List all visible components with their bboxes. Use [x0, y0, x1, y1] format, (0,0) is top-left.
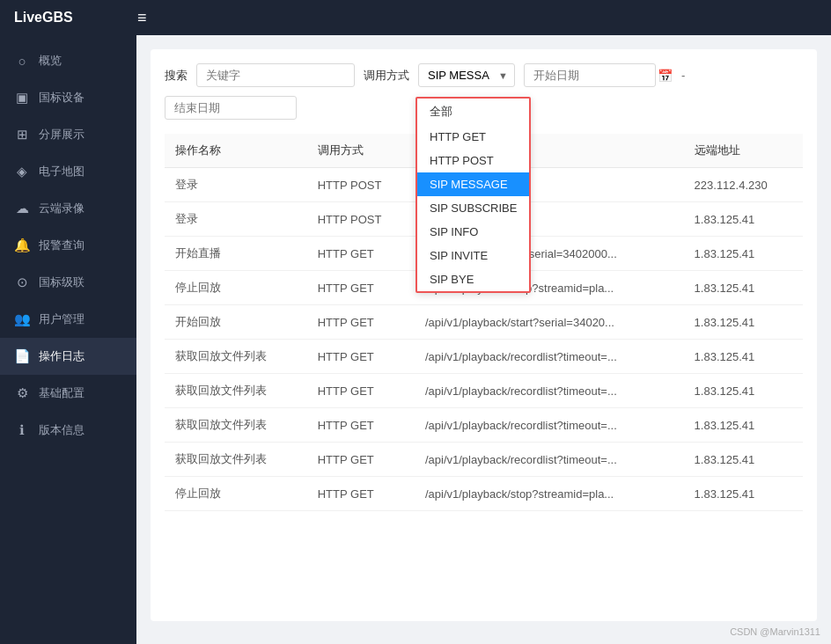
col-header-operation: 操作名称 — [165, 134, 307, 168]
dropdown-option-sip-subscribe[interactable]: SIP SUBSCRIBE — [417, 196, 529, 220]
col-header-remote: 远端地址 — [684, 134, 803, 168]
cell-path: /api/v1/playback/recordlist?timeout=... — [415, 443, 684, 477]
sidebar-item-national-cascade[interactable]: ⊙国标级联 — [0, 264, 136, 301]
sidebar-label: 版本信息 — [39, 422, 85, 438]
watermark: CSDN @Marvin1311 — [730, 626, 820, 637]
cell-method: HTTP GET — [307, 237, 415, 271]
alarm-query-icon: 🔔 — [14, 238, 30, 253]
split-screen-icon: ⊞ — [14, 127, 30, 143]
sidebar-label: 概览 — [39, 53, 62, 69]
main-layout: ○概览▣国标设备⊞分屏展示◈电子地图☁云端录像🔔报警查询⊙国标级联👥用户管理📄操… — [0, 35, 831, 644]
end-date-input[interactable] — [165, 96, 297, 120]
cell-remote: 1.83.125.41 — [684, 443, 803, 477]
cell-method: HTTP POST — [307, 168, 415, 202]
menu-icon[interactable]: ≡ — [137, 9, 147, 27]
cell-remote: 223.112.4.230 — [684, 168, 803, 202]
table-row: 开始回放HTTP GET/api/v1/playback/start?seria… — [165, 305, 803, 340]
col-header-method: 调用方式 — [307, 134, 415, 168]
sidebar-label: 分屏展示 — [39, 127, 85, 143]
dropdown-option-sip-bye[interactable]: SIP BYE — [417, 267, 529, 291]
method-select-wrapper: 全部HTTP GETHTTP POSTSIP MESSAGESIP SUBSCR… — [418, 63, 515, 87]
cell-remote: 1.83.125.41 — [684, 237, 803, 271]
cell-path: /api/v1/playback/recordlist?timeout=... — [415, 408, 684, 443]
date-separator: - — [681, 69, 685, 82]
cell-operation: 开始直播 — [165, 237, 307, 271]
sidebar-item-operation-log[interactable]: 📄操作日志 — [0, 338, 136, 375]
table-row: 停止回放HTTP GET/api/v1/playback/stop?stream… — [165, 477, 803, 511]
table-row: 获取回放文件列表HTTP GET/api/v1/playback/recordl… — [165, 408, 803, 443]
cell-operation: 获取回放文件列表 — [165, 443, 307, 477]
cell-method: HTTP GET — [307, 340, 415, 374]
cell-operation: 登录 — [165, 202, 307, 237]
dropdown-option-http-get[interactable]: HTTP GET — [417, 125, 529, 149]
sidebar-item-electronic-map[interactable]: ◈电子地图 — [0, 153, 136, 190]
method-dropdown[interactable]: 全部HTTP GETHTTP POSTSIP MESSAGESIP SUBSCR… — [416, 97, 531, 293]
cell-remote: 1.83.125.41 — [684, 271, 803, 305]
dropdown-option-sip-invite[interactable]: SIP INVITE — [417, 244, 529, 267]
sidebar-label: 国标级联 — [39, 274, 85, 290]
dropdown-option-http-post[interactable]: HTTP POST — [417, 149, 529, 172]
cell-path: /api/v1/playback/recordlist?timeout=... — [415, 340, 684, 374]
dropdown-option-全部[interactable]: 全部 — [417, 99, 529, 125]
operation-log-icon: 📄 — [14, 348, 30, 364]
search-input[interactable] — [196, 63, 355, 87]
content-inner: 搜索 调用方式 全部HTTP GETHTTP POSTSIP MESSAGESI… — [151, 49, 817, 621]
sidebar-label: 电子地图 — [39, 164, 85, 179]
cell-operation: 登录 — [165, 168, 307, 202]
app-title: LiveGBS — [14, 10, 137, 26]
table-row: 获取回放文件列表HTTP GET/api/v1/playback/recordl… — [165, 443, 803, 477]
cell-method: HTTP POST — [307, 202, 415, 237]
calendar-icon: 📅 — [658, 69, 673, 83]
cell-path: /api/v1/playback/recordlist?timeout=... — [415, 374, 684, 408]
sidebar-item-split-screen[interactable]: ⊞分屏展示 — [0, 116, 136, 153]
sidebar-label: 国标设备 — [39, 90, 85, 106]
sidebar-label: 基础配置 — [39, 385, 85, 401]
sidebar-item-national-device[interactable]: ▣国标设备 — [0, 79, 136, 116]
cloud-record-icon: ☁ — [14, 201, 30, 216]
start-date-input[interactable] — [524, 63, 656, 87]
cell-method: HTTP GET — [307, 477, 415, 511]
cell-method: HTTP GET — [307, 374, 415, 408]
dropdown-option-sip-message[interactable]: SIP MESSAGE — [417, 172, 529, 196]
sidebar-item-overview[interactable]: ○概览 — [0, 42, 136, 79]
cell-operation: 获取回放文件列表 — [165, 408, 307, 443]
topbar: LiveGBS ≡ — [0, 0, 831, 35]
user-management-icon: 👥 — [14, 311, 30, 327]
cell-operation: 停止回放 — [165, 271, 307, 305]
cell-method: HTTP GET — [307, 408, 415, 443]
cell-operation: 获取回放文件列表 — [165, 374, 307, 408]
sidebar-item-alarm-query[interactable]: 🔔报警查询 — [0, 227, 136, 264]
sidebar-item-version-info[interactable]: ℹ版本信息 — [0, 412, 136, 449]
content-area: 搜索 调用方式 全部HTTP GETHTTP POSTSIP MESSAGESI… — [136, 35, 831, 644]
overview-icon: ○ — [14, 53, 30, 69]
sidebar-item-cloud-record[interactable]: ☁云端录像 — [0, 190, 136, 227]
sidebar-item-basic-config[interactable]: ⚙基础配置 — [0, 375, 136, 412]
basic-config-icon: ⚙ — [14, 385, 30, 401]
sidebar-item-user-management[interactable]: 👥用户管理 — [0, 301, 136, 338]
electronic-map-icon: ◈ — [14, 164, 30, 179]
cell-method: HTTP GET — [307, 271, 415, 305]
cell-path: /api/v1/playback/start?serial=34020... — [415, 305, 684, 340]
cell-method: HTTP GET — [307, 443, 415, 477]
cell-operation: 停止回放 — [165, 477, 307, 511]
version-info-icon: ℹ — [14, 422, 30, 438]
cell-method: HTTP GET — [307, 305, 415, 340]
cell-operation: 获取回放文件列表 — [165, 340, 307, 374]
cell-remote: 1.83.125.41 — [684, 374, 803, 408]
sidebar-label: 用户管理 — [39, 311, 85, 327]
method-select[interactable]: 全部HTTP GETHTTP POSTSIP MESSAGESIP SUBSCR… — [418, 63, 515, 87]
sidebar-label: 云端录像 — [39, 201, 85, 216]
table-row: 获取回放文件列表HTTP GET/api/v1/playback/recordl… — [165, 340, 803, 374]
national-cascade-icon: ⊙ — [14, 274, 30, 290]
method-label: 调用方式 — [364, 68, 409, 84]
search-bar: 搜索 调用方式 全部HTTP GETHTTP POSTSIP MESSAGESI… — [165, 63, 803, 120]
cell-remote: 1.83.125.41 — [684, 340, 803, 374]
sidebar-label: 报警查询 — [39, 238, 85, 253]
sidebar-label: 操作日志 — [39, 348, 85, 364]
cell-path: /api/v1/playback/stop?streamid=pla... — [415, 477, 684, 511]
cell-remote: 1.83.125.41 — [684, 408, 803, 443]
sidebar: ○概览▣国标设备⊞分屏展示◈电子地图☁云端录像🔔报警查询⊙国标级联👥用户管理📄操… — [0, 35, 136, 644]
cell-remote: 1.83.125.41 — [684, 305, 803, 340]
table-row: 获取回放文件列表HTTP GET/api/v1/playback/recordl… — [165, 374, 803, 408]
dropdown-option-sip-info[interactable]: SIP INFO — [417, 220, 529, 244]
